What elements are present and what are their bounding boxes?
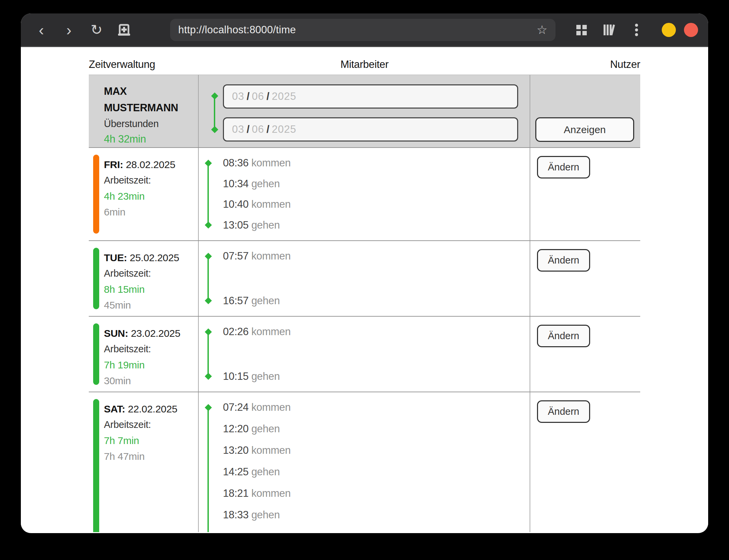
work-value: 7h 19min xyxy=(104,357,198,373)
menu-button[interactable] xyxy=(626,19,647,41)
overtime-value: 4h 32min xyxy=(104,131,198,147)
day-status-bar xyxy=(93,248,99,309)
time-kind: gehen xyxy=(251,370,280,382)
pause-value: 30min xyxy=(104,373,198,389)
aendern-button[interactable]: Ändern xyxy=(537,400,590,423)
time-value: 16:57 xyxy=(223,295,248,307)
reload-button[interactable]: ↻ xyxy=(86,19,107,41)
forward-icon: › xyxy=(66,22,71,38)
time-entry: 14:25 gehen xyxy=(223,465,530,479)
back-icon: ‹ xyxy=(39,22,44,38)
time-entry: 21:04 kommen xyxy=(223,530,530,532)
time-kind: kommen xyxy=(251,487,291,499)
time-value: 13:20 xyxy=(223,444,248,456)
browser-toolbar: ‹ › ↻ http://localhost:8000/time ☆ xyxy=(21,13,708,47)
day-status-bar xyxy=(93,155,99,234)
date-to-day: 03 xyxy=(232,123,244,135)
time-kind: kommen xyxy=(251,444,291,456)
time-kind: gehen xyxy=(251,423,280,435)
time-entry: 13:20 kommen xyxy=(223,444,530,457)
day-date: 28.02.2025 xyxy=(126,159,175,170)
day-date: 22.02.2025 xyxy=(128,403,177,414)
nav-zeitverwaltung[interactable]: Zeitverwaltung xyxy=(89,58,155,71)
work-value: 7h 7min xyxy=(104,433,198,448)
time-entry: 10:34 gehen xyxy=(223,177,530,191)
time-kind: kommen xyxy=(251,250,291,262)
date-from-month: 06 xyxy=(252,90,264,103)
day-label: SAT: xyxy=(104,403,125,414)
time-kind: kommen xyxy=(251,401,291,413)
work-value: 4h 23min xyxy=(104,188,198,204)
app-nav: Zeitverwaltung Mitarbeiter Nutzer xyxy=(89,47,640,75)
tab-overview-button[interactable] xyxy=(571,19,592,41)
aendern-button[interactable]: Ändern xyxy=(537,249,590,272)
nav-mitarbeiter[interactable]: Mitarbeiter xyxy=(340,58,388,71)
time-value: 12:20 xyxy=(223,423,248,435)
day-row: SAT: 22.02.2025 Arbeitszeit: 7h 7min 7h … xyxy=(89,392,640,532)
employee-name-line2: MUSTERMANN xyxy=(104,99,198,116)
time-value: 07:57 xyxy=(223,250,248,262)
aendern-button[interactable]: Ändern xyxy=(537,156,590,178)
time-value: 14:25 xyxy=(223,466,248,478)
minimize-window-control[interactable] xyxy=(662,23,676,37)
date-from-input[interactable]: 03/06/2025 xyxy=(223,84,518,109)
time-entry: 10:40 kommen xyxy=(223,198,530,211)
time-entry: 13:05 gehen xyxy=(223,218,530,232)
time-entry: 10:15 gehen xyxy=(223,370,530,383)
day-date: 23.02.2025 xyxy=(131,328,180,339)
work-label: Arbeitszeit: xyxy=(104,341,198,357)
day-status-bar xyxy=(93,323,99,385)
forward-button[interactable]: › xyxy=(59,19,79,41)
time-entry: 07:24 kommen xyxy=(223,401,530,414)
time-kind: gehen xyxy=(251,219,280,231)
day-rows: FRI: 28.02.2025 Arbeitszeit: 4h 23min 6m… xyxy=(89,147,640,532)
day-label: TUE: xyxy=(104,252,127,263)
times-timeline xyxy=(207,256,209,301)
time-kind: gehen xyxy=(251,509,280,521)
times-timeline xyxy=(207,163,209,225)
time-entry: 18:33 gehen xyxy=(223,508,530,522)
time-list: 02:26 kommen 10:15 gehen xyxy=(199,317,530,392)
work-label: Arbeitszeit: xyxy=(104,172,198,188)
time-entry: 08:36 kommen xyxy=(223,156,530,170)
time-entry: 18:21 kommen xyxy=(223,487,530,500)
library-button[interactable] xyxy=(599,19,619,41)
new-tab-icon xyxy=(117,23,131,37)
url-text: http://localhost:8000/time xyxy=(178,24,537,36)
time-value: 10:40 xyxy=(223,198,248,210)
new-tab-button[interactable] xyxy=(114,19,135,41)
employee-name-line1: MAX xyxy=(104,83,198,99)
times-timeline xyxy=(207,332,209,376)
work-label: Arbeitszeit: xyxy=(104,417,198,433)
time-kind: kommen xyxy=(251,530,291,532)
work-label: Arbeitszeit: xyxy=(104,266,198,281)
page-content: Zeitverwaltung Mitarbeiter Nutzer MAX MU… xyxy=(21,47,708,532)
date-from-day: 03 xyxy=(232,90,244,103)
date-to-input[interactable]: 03/06/2025 xyxy=(223,117,518,142)
time-kind: kommen xyxy=(251,198,291,210)
time-value: 18:21 xyxy=(223,487,248,499)
time-value: 07:24 xyxy=(223,401,248,413)
date-from-year: 2025 xyxy=(272,90,296,103)
back-button[interactable]: ‹ xyxy=(31,19,52,41)
bookmark-star-icon[interactable]: ☆ xyxy=(537,24,547,36)
time-entry: 12:20 gehen xyxy=(223,422,530,436)
pause-value: 6min xyxy=(104,204,198,220)
url-bar[interactable]: http://localhost:8000/time ☆ xyxy=(170,19,555,41)
close-window-control[interactable] xyxy=(684,23,698,37)
anzeigen-button[interactable]: Anzeigen xyxy=(535,117,634,142)
time-list: 08:36 kommen 10:34 gehen 10:40 kommen 13… xyxy=(199,148,530,240)
date-to-year: 2025 xyxy=(272,123,296,135)
date-range-timeline xyxy=(214,96,215,130)
reload-icon: ↻ xyxy=(90,23,102,37)
time-kind: gehen xyxy=(251,178,280,190)
library-icon xyxy=(601,22,617,38)
time-kind: kommen xyxy=(251,157,291,169)
time-kind: kommen xyxy=(251,326,291,337)
aendern-button[interactable]: Ändern xyxy=(537,325,590,347)
nav-nutzer[interactable]: Nutzer xyxy=(610,58,640,71)
kebab-menu-icon xyxy=(629,22,644,38)
time-value: 21:04 xyxy=(223,530,248,532)
time-list: 07:24 kommen 12:20 gehen 13:20 kommen 14… xyxy=(199,392,530,532)
time-value: 10:15 xyxy=(223,370,248,382)
